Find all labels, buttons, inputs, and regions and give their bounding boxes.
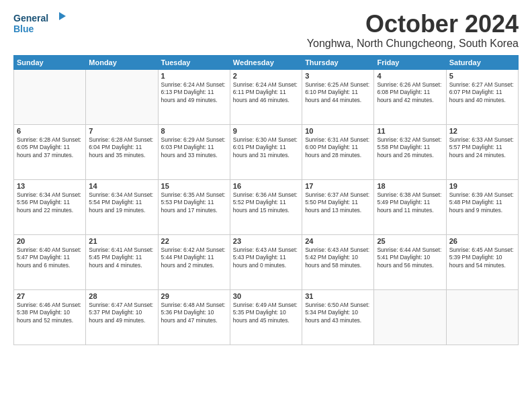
- calendar-cell: 12Sunrise: 6:33 AM Sunset: 5:57 PM Dayli…: [446, 124, 518, 179]
- day-number: 30: [233, 292, 299, 300]
- day-number: 11: [377, 127, 443, 135]
- day-number: 2: [233, 72, 299, 80]
- calendar-week-2: 6Sunrise: 6:28 AM Sunset: 6:05 PM Daylig…: [14, 124, 519, 179]
- logo: General Blue: [13, 11, 67, 36]
- day-number: 10: [305, 127, 371, 135]
- calendar-cell: 10Sunrise: 6:31 AM Sunset: 6:00 PM Dayli…: [302, 124, 374, 179]
- calendar-cell: 27Sunrise: 6:46 AM Sunset: 5:38 PM Dayli…: [14, 289, 86, 345]
- calendar-cell: 16Sunrise: 6:36 AM Sunset: 5:52 PM Dayli…: [230, 179, 302, 234]
- cell-info: Sunrise: 6:36 AM Sunset: 5:52 PM Dayligh…: [233, 191, 299, 214]
- cell-info: Sunrise: 6:37 AM Sunset: 5:50 PM Dayligh…: [305, 191, 371, 214]
- calendar-cell: 18Sunrise: 6:38 AM Sunset: 5:49 PM Dayli…: [374, 179, 446, 234]
- day-number: 6: [17, 127, 83, 135]
- calendar-week-1: 1Sunrise: 6:24 AM Sunset: 6:13 PM Daylig…: [14, 69, 519, 124]
- cell-info: Sunrise: 6:47 AM Sunset: 5:37 PM Dayligh…: [89, 302, 154, 324]
- col-thursday: Thursday: [302, 55, 374, 69]
- svg-marker-1: [59, 12, 66, 20]
- calendar-cell: 17Sunrise: 6:37 AM Sunset: 5:50 PM Dayli…: [302, 179, 374, 234]
- day-number: 23: [233, 237, 299, 245]
- day-number: 9: [233, 127, 299, 135]
- day-number: 20: [17, 237, 83, 245]
- calendar-table: Sunday Monday Tuesday Wednesday Thursday…: [13, 55, 519, 345]
- day-number: 15: [161, 182, 227, 190]
- calendar-cell: 14Sunrise: 6:34 AM Sunset: 5:54 PM Dayli…: [86, 179, 158, 234]
- calendar-cell: 4Sunrise: 6:26 AM Sunset: 6:08 PM Daylig…: [374, 69, 446, 124]
- calendar-cell: 26Sunrise: 6:45 AM Sunset: 5:39 PM Dayli…: [446, 234, 518, 289]
- page: General Blue October 2024 Yonghwa, North…: [0, 0, 532, 411]
- day-number: 5: [449, 72, 515, 80]
- location-title: Yonghwa, North Chungcheong, South Korea: [307, 38, 519, 50]
- calendar-cell: 28Sunrise: 6:47 AM Sunset: 5:37 PM Dayli…: [86, 289, 158, 345]
- calendar-cell: 31Sunrise: 6:50 AM Sunset: 5:34 PM Dayli…: [302, 289, 374, 345]
- header: General Blue October 2024 Yonghwa, North…: [13, 11, 519, 50]
- title-section: October 2024 Yonghwa, North Chungcheong,…: [307, 11, 519, 50]
- calendar-cell: 3Sunrise: 6:25 AM Sunset: 6:10 PM Daylig…: [302, 69, 374, 124]
- cell-info: Sunrise: 6:27 AM Sunset: 6:07 PM Dayligh…: [449, 81, 515, 104]
- calendar-cell: 13Sunrise: 6:34 AM Sunset: 5:56 PM Dayli…: [14, 179, 86, 234]
- calendar-cell: 2Sunrise: 6:24 AM Sunset: 6:11 PM Daylig…: [230, 69, 302, 124]
- calendar-cell: 19Sunrise: 6:39 AM Sunset: 5:48 PM Dayli…: [446, 179, 518, 234]
- cell-info: Sunrise: 6:40 AM Sunset: 5:47 PM Dayligh…: [17, 246, 83, 269]
- day-number: 1: [161, 72, 227, 80]
- col-wednesday: Wednesday: [230, 55, 302, 69]
- day-number: 22: [161, 237, 227, 245]
- calendar-cell: [446, 289, 518, 345]
- cell-info: Sunrise: 6:25 AM Sunset: 6:10 PM Dayligh…: [305, 81, 371, 104]
- calendar-week-4: 20Sunrise: 6:40 AM Sunset: 5:47 PM Dayli…: [14, 234, 519, 289]
- calendar-cell: 8Sunrise: 6:29 AM Sunset: 6:03 PM Daylig…: [158, 124, 230, 179]
- cell-info: Sunrise: 6:41 AM Sunset: 5:45 PM Dayligh…: [89, 246, 154, 269]
- calendar-cell: 21Sunrise: 6:41 AM Sunset: 5:45 PM Dayli…: [86, 234, 158, 289]
- day-number: 12: [449, 127, 515, 135]
- day-number: 8: [161, 127, 227, 135]
- svg-text:Blue: Blue: [13, 24, 34, 34]
- day-number: 31: [305, 292, 371, 300]
- calendar-cell: 1Sunrise: 6:24 AM Sunset: 6:13 PM Daylig…: [158, 69, 230, 124]
- calendar-cell: 23Sunrise: 6:43 AM Sunset: 5:43 PM Dayli…: [230, 234, 302, 289]
- day-number: 7: [89, 127, 154, 135]
- cell-info: Sunrise: 6:34 AM Sunset: 5:56 PM Dayligh…: [17, 191, 83, 214]
- day-number: 28: [89, 292, 154, 300]
- cell-info: Sunrise: 6:48 AM Sunset: 5:36 PM Dayligh…: [161, 302, 227, 324]
- calendar-cell: 9Sunrise: 6:30 AM Sunset: 6:01 PM Daylig…: [230, 124, 302, 179]
- cell-info: Sunrise: 6:31 AM Sunset: 6:00 PM Dayligh…: [305, 136, 371, 159]
- calendar-cell: 20Sunrise: 6:40 AM Sunset: 5:47 PM Dayli…: [14, 234, 86, 289]
- calendar-cell: 11Sunrise: 6:32 AM Sunset: 5:58 PM Dayli…: [374, 124, 446, 179]
- month-title: October 2024: [307, 11, 519, 38]
- cell-info: Sunrise: 6:32 AM Sunset: 5:58 PM Dayligh…: [377, 136, 443, 159]
- day-number: 4: [377, 72, 443, 80]
- day-number: 26: [449, 237, 515, 245]
- cell-info: Sunrise: 6:35 AM Sunset: 5:53 PM Dayligh…: [161, 191, 227, 214]
- calendar-cell: [374, 289, 446, 345]
- calendar-cell: [86, 69, 158, 124]
- svg-text:General: General: [13, 13, 48, 24]
- day-number: 3: [305, 72, 371, 80]
- cell-info: Sunrise: 6:39 AM Sunset: 5:48 PM Dayligh…: [449, 191, 515, 214]
- calendar-cell: 7Sunrise: 6:28 AM Sunset: 6:04 PM Daylig…: [86, 124, 158, 179]
- cell-info: Sunrise: 6:50 AM Sunset: 5:34 PM Dayligh…: [305, 302, 371, 324]
- cell-info: Sunrise: 6:44 AM Sunset: 5:41 PM Dayligh…: [377, 246, 443, 269]
- calendar-cell: 30Sunrise: 6:49 AM Sunset: 5:35 PM Dayli…: [230, 289, 302, 345]
- col-friday: Friday: [374, 55, 446, 69]
- cell-info: Sunrise: 6:28 AM Sunset: 6:04 PM Dayligh…: [89, 136, 154, 159]
- calendar-cell: 25Sunrise: 6:44 AM Sunset: 5:41 PM Dayli…: [374, 234, 446, 289]
- calendar-cell: 6Sunrise: 6:28 AM Sunset: 6:05 PM Daylig…: [14, 124, 86, 179]
- cell-info: Sunrise: 6:45 AM Sunset: 5:39 PM Dayligh…: [449, 246, 515, 269]
- day-number: 17: [305, 182, 371, 190]
- col-saturday: Saturday: [446, 55, 518, 69]
- day-number: 19: [449, 182, 515, 190]
- cell-info: Sunrise: 6:30 AM Sunset: 6:01 PM Dayligh…: [233, 136, 299, 159]
- col-tuesday: Tuesday: [158, 55, 230, 69]
- day-number: 24: [305, 237, 371, 245]
- col-monday: Monday: [86, 55, 158, 69]
- cell-info: Sunrise: 6:24 AM Sunset: 6:11 PM Dayligh…: [233, 81, 299, 104]
- day-number: 21: [89, 237, 154, 245]
- cell-info: Sunrise: 6:42 AM Sunset: 5:44 PM Dayligh…: [161, 246, 227, 269]
- cell-info: Sunrise: 6:43 AM Sunset: 5:42 PM Dayligh…: [305, 246, 371, 269]
- day-number: 14: [89, 182, 154, 190]
- calendar-cell: 15Sunrise: 6:35 AM Sunset: 5:53 PM Dayli…: [158, 179, 230, 234]
- cell-info: Sunrise: 6:49 AM Sunset: 5:35 PM Dayligh…: [233, 302, 299, 324]
- calendar-cell: 24Sunrise: 6:43 AM Sunset: 5:42 PM Dayli…: [302, 234, 374, 289]
- day-number: 16: [233, 182, 299, 190]
- calendar-cell: [14, 69, 86, 124]
- calendar-week-3: 13Sunrise: 6:34 AM Sunset: 5:56 PM Dayli…: [14, 179, 519, 234]
